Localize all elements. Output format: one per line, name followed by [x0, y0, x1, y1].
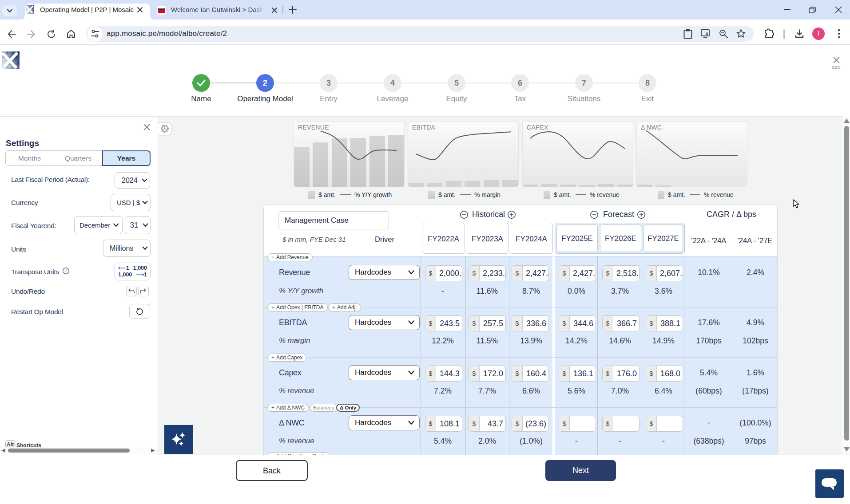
- svg-text:i: i: [65, 268, 67, 273]
